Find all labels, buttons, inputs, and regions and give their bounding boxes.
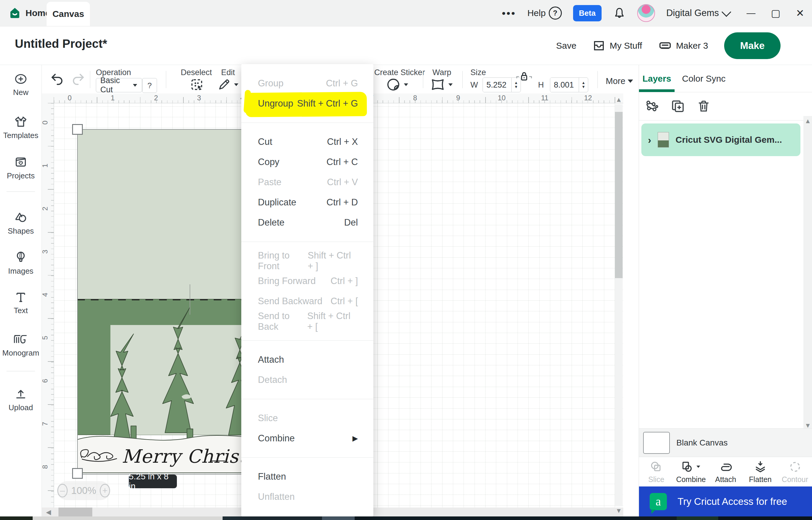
scroll-left-icon[interactable]: ◀ bbox=[46, 509, 51, 516]
attach-tool-button[interactable]: Attach bbox=[708, 458, 743, 487]
scroll-up-icon[interactable]: ▲ bbox=[615, 96, 622, 104]
menu-item-bring-to-front[interactable]: Bring to FrontShift + Ctrl + ] bbox=[241, 251, 373, 271]
selection-handle-bottom-left[interactable] bbox=[72, 468, 83, 479]
tab-layers[interactable]: Layers bbox=[639, 65, 675, 92]
deselect-icon[interactable] bbox=[190, 78, 204, 92]
blank-canvas-row[interactable]: Blank Canvas bbox=[639, 428, 812, 457]
selection-handle-top-left[interactable] bbox=[72, 124, 83, 135]
warp-dropdown[interactable] bbox=[430, 78, 453, 91]
window-close-button[interactable]: ✕ bbox=[796, 7, 805, 19]
taskbar-segment bbox=[33, 516, 222, 520]
taskbar-segment bbox=[355, 516, 677, 520]
menu-item-send-to-back[interactable]: Send to BackShift + Ctrl + [ bbox=[241, 311, 373, 332]
group-layers-icon[interactable] bbox=[644, 99, 659, 114]
more-button[interactable]: More bbox=[606, 76, 633, 86]
size-lock-icon[interactable] bbox=[516, 70, 533, 83]
notifications-bell-icon[interactable] bbox=[613, 6, 626, 20]
layer-row-cricut-svg[interactable]: › Cricut SVG Digital Gem... bbox=[641, 124, 801, 156]
templates-icon bbox=[14, 115, 28, 129]
toolbar-divider bbox=[166, 71, 166, 88]
menu-item-paste[interactable]: PasteCtrl + V bbox=[241, 172, 373, 192]
menu-item-attach[interactable]: Attach bbox=[241, 349, 373, 370]
size-tooltip: 5.25 in x 8 in bbox=[129, 475, 177, 488]
sidebar-item-images[interactable]: Images bbox=[0, 251, 42, 276]
cricut-access-banner[interactable]: a Try Cricut Access for free bbox=[639, 487, 812, 516]
scroll-up-icon[interactable]: ▲ bbox=[805, 117, 811, 125]
height-label: H bbox=[538, 80, 544, 89]
menu-item-slice[interactable]: Slice bbox=[241, 408, 373, 428]
flatten-tool-button[interactable]: Flatten bbox=[743, 458, 778, 487]
canvas-color-swatch[interactable] bbox=[643, 432, 670, 454]
sidebar-item-monogram[interactable]: Monogram bbox=[0, 332, 42, 358]
vertical-ruler: 0 1 2 3 4 5 6 7 8 9 bbox=[42, 103, 54, 516]
menu-item-send-backward[interactable]: Send BackwardCtrl + [ bbox=[241, 291, 373, 311]
more-options-icon[interactable]: ••• bbox=[502, 7, 516, 19]
help-button[interactable]: Help ? bbox=[527, 6, 562, 20]
menu-item-unflatten[interactable]: Unflatten bbox=[241, 487, 373, 507]
combine-tool-button[interactable]: Combine bbox=[674, 458, 708, 487]
undo-icon[interactable] bbox=[51, 73, 64, 85]
menu-item-detach[interactable]: Detach bbox=[241, 370, 373, 390]
window-maximize-button[interactable]: ▢ bbox=[771, 7, 780, 19]
tab-color-sync[interactable]: Color Sync bbox=[682, 65, 726, 92]
make-button[interactable]: Make bbox=[724, 32, 781, 59]
menu-item-duplicate[interactable]: DuplicateCtrl + D bbox=[241, 192, 373, 212]
account-name: Digital Gems bbox=[666, 8, 719, 18]
menu-item-bring-forward[interactable]: Bring ForwardCtrl + ] bbox=[241, 271, 373, 291]
height-stepper[interactable]: ▲▼ bbox=[579, 78, 588, 92]
sidebar-item-upload[interactable]: Upload bbox=[0, 387, 42, 412]
menu-item-flatten[interactable]: Flatten bbox=[241, 467, 373, 487]
taskbar-segment bbox=[677, 516, 718, 520]
window-minimize-button[interactable]: — bbox=[746, 8, 755, 18]
zoom-out-button[interactable]: – bbox=[57, 484, 68, 497]
vertical-scrollbar-thumb[interactable] bbox=[615, 112, 623, 278]
sidebar-item-templates[interactable]: Templates bbox=[0, 115, 42, 140]
my-stuff-button[interactable]: My Stuff bbox=[593, 39, 642, 52]
shapes-icon bbox=[14, 210, 28, 224]
tool-label: Flatten bbox=[749, 475, 771, 484]
menu-item-group[interactable]: GroupCtrl + G bbox=[241, 73, 373, 94]
height-input[interactable] bbox=[550, 78, 579, 92]
edit-dropdown[interactable] bbox=[217, 78, 239, 91]
horizontal-scrollbar-thumb[interactable] bbox=[58, 508, 92, 516]
machine-selector[interactable]: Maker 3 bbox=[658, 39, 708, 53]
sidebar-label: Images bbox=[8, 266, 33, 276]
sidebar-item-shapes[interactable]: Shapes bbox=[0, 210, 42, 236]
sidebar-item-projects[interactable]: Projects bbox=[0, 155, 42, 180]
width-input[interactable] bbox=[483, 78, 512, 92]
slice-tool-button[interactable]: Slice bbox=[639, 458, 674, 487]
canvas-tab[interactable]: Canvas bbox=[47, 2, 90, 26]
menu-item-combine[interactable]: Combine▶ bbox=[241, 428, 373, 448]
sidebar-item-text[interactable]: Text bbox=[0, 291, 42, 315]
account-menu[interactable]: Digital Gems bbox=[666, 8, 730, 18]
context-menu: GroupCtrl + G UngroupShift + Ctrl + G Cu… bbox=[241, 64, 373, 516]
menu-item-ungroup[interactable]: UngroupShift + Ctrl + G bbox=[241, 94, 373, 114]
home-tab[interactable]: Home bbox=[9, 0, 50, 26]
ruler-number: 3 bbox=[197, 94, 201, 102]
blank-canvas-label: Blank Canvas bbox=[676, 438, 728, 448]
create-sticker-dropdown[interactable] bbox=[386, 77, 409, 92]
menu-item-delete[interactable]: DeleteDel bbox=[241, 212, 373, 233]
scroll-down-icon[interactable]: ▼ bbox=[615, 507, 622, 515]
vertical-scrollbar[interactable]: ▲ ▼ bbox=[615, 104, 623, 506]
layers-scrollbar[interactable]: ▲ ▼ bbox=[804, 116, 812, 431]
delete-layer-icon[interactable] bbox=[697, 99, 711, 113]
question-mark-icon: ? bbox=[549, 6, 562, 20]
sidebar-item-new[interactable]: New bbox=[0, 72, 42, 97]
menu-item-copy[interactable]: CopyCtrl + C bbox=[241, 152, 373, 172]
operation-value: Basic Cut bbox=[100, 76, 132, 95]
expand-layer-chevron-icon[interactable]: › bbox=[648, 134, 651, 146]
duplicate-layer-icon[interactable] bbox=[671, 99, 685, 114]
caret-down-icon bbox=[448, 83, 453, 86]
redo-icon[interactable] bbox=[72, 73, 85, 85]
operation-help-button[interactable]: ? bbox=[142, 78, 157, 93]
avatar[interactable] bbox=[637, 4, 655, 22]
ruler-number: 0 bbox=[68, 94, 72, 102]
operation-select[interactable]: Basic Cut bbox=[96, 78, 142, 92]
top-tab-bar: Home Canvas ••• Help ? Beta Digital Gems… bbox=[0, 0, 812, 26]
sticker-icon bbox=[386, 77, 400, 92]
contour-tool-button[interactable]: Contour bbox=[778, 458, 812, 487]
zoom-in-button[interactable]: + bbox=[100, 484, 110, 497]
save-button[interactable]: Save bbox=[556, 41, 576, 51]
menu-item-cut[interactable]: CutCtrl + X bbox=[241, 132, 373, 152]
